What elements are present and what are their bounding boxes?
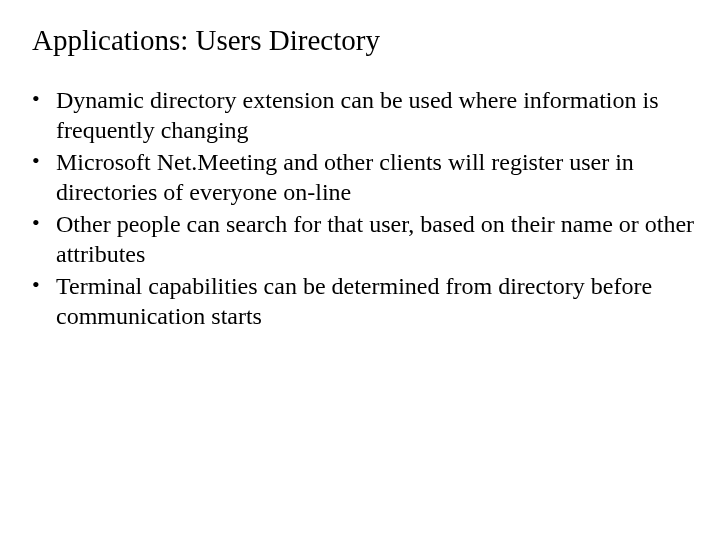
bullet-list: Dynamic directory extension can be used … xyxy=(28,85,696,331)
list-item: Other people can search for that user, b… xyxy=(28,209,696,269)
list-item: Dynamic directory extension can be used … xyxy=(28,85,696,145)
list-item: Microsoft Net.Meeting and other clients … xyxy=(28,147,696,207)
list-item: Terminal capabilities can be determined … xyxy=(28,271,696,331)
slide-title: Applications: Users Directory xyxy=(32,24,696,57)
